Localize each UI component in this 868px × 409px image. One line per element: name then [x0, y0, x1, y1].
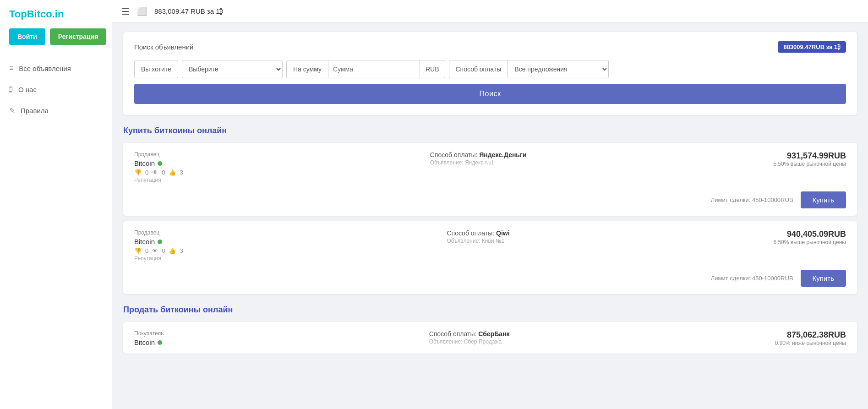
search-panel-header: Поиск объявлений 883009.47RUB за 1₿ [134, 41, 846, 53]
price-percent-1: 5.50% выше рыночной цены [773, 161, 846, 167]
thumb-down-icon-1: 👎 [134, 169, 142, 176]
offer-top-2: Продавец Bitcoin 👎 0 👁 0 👍 3 [134, 229, 846, 262]
price-value-1: 931,574.99 [787, 151, 828, 160]
ad-label-2: Объявление: Киви №1 [447, 238, 509, 244]
search-button[interactable]: Поиск [134, 84, 846, 104]
price-percent-2: 6.50% выше рыночной цены [773, 239, 846, 245]
price-currency-1: RUB [828, 151, 846, 160]
offer-bottom-2: Лимит сделки: 450-10000RUB Купить [134, 270, 846, 287]
sidebar-item-about[interactable]: ₿ О нас [0, 79, 112, 100]
search-row: Вы хотите Выберите На сумму RUB Способ о… [134, 60, 846, 78]
reputation-label-2: Репутация [134, 255, 183, 262]
sidebar-item-rules[interactable]: ✎ Правила [0, 100, 112, 121]
price-block-1: 931,574.99RUB 5.50% выше рыночной цены [773, 151, 846, 167]
sell-price-currency-1: RUB [828, 330, 846, 339]
sell-offer-price-1: 875,062.38RUB [775, 330, 846, 340]
sidebar-item-all-listings-label: Все объявления [19, 65, 71, 72]
buy-button-1[interactable]: Купить [801, 191, 846, 208]
bitcoin-icon: ₿ [9, 85, 13, 93]
offer-seller-block-2: Продавец Bitcoin 👎 0 👁 0 👍 3 [134, 229, 183, 262]
sell-payment-method-value-1: СберБанк [478, 330, 509, 338]
topbar-price: 883,009.47RUB за 1₿ [154, 7, 223, 15]
payment-method-2: Способ оплаты: Qiwi [447, 229, 509, 237]
sell-payment-method-prefix-1: Способ оплаты: [429, 330, 479, 338]
thumb-up-count-1: 3 [180, 169, 183, 176]
sum-label: На сумму [286, 60, 328, 78]
sell-buyer-block-1: Покупатель Bitcoin [134, 330, 164, 346]
sidebar-nav: ≡ Все объявления ₿ О нас ✎ Правила [0, 58, 112, 121]
main: ☰ ⬜ 883,009.47RUB за 1₿ Поиск объявлений… [112, 0, 868, 409]
limit-currency-2: RUB [781, 275, 793, 282]
offer-seller-block-1: Продавец Bitcoin 👎 0 👁 0 👍 3 [134, 151, 183, 183]
search-panel: Поиск объявлений 883009.47RUB за 1₿ Вы х… [123, 32, 857, 115]
seller-name-2: Bitcoin [134, 238, 183, 245]
sell-offer-card-1: Покупатель Bitcoin Способ оплаты: СберБа… [123, 322, 857, 354]
limit-currency-1: RUB [781, 196, 793, 203]
topbar-price-currency: RUB [191, 7, 205, 15]
buyer-name-text-1: Bitcoin [134, 338, 155, 346]
payment-method-prefix-1: Способ оплаты: [430, 151, 480, 158]
payment-method-label: Способ оплаты [449, 60, 508, 78]
sum-input[interactable] [328, 60, 420, 78]
sell-section: Продать биткоины онлайн Покупатель Bitco… [123, 305, 857, 354]
payment-method-prefix-2: Способ оплаты: [447, 229, 496, 237]
offer-price-1: 931,574.99RUB [773, 151, 846, 161]
eye-count-1: 0 [162, 169, 165, 176]
eye-icon-2: 👁 [152, 247, 158, 254]
limit-1: Лимит сделки: 450-10000RUB [711, 196, 793, 203]
offer-price-2: 940,405.09RUB [773, 229, 846, 239]
price-block-2: 940,405.09RUB 6.50% выше рыночной цены [773, 229, 846, 245]
limit-label-2: Лимит сделки: 450-10000 [711, 275, 781, 282]
payment-method-select[interactable]: Все предложения [508, 60, 609, 78]
limit-2: Лимит сделки: 450-10000RUB [711, 275, 793, 282]
logo: TopBitco.in [0, 0, 112, 28]
sell-price-percent-1: 0.90% ниже рыночной цены [775, 340, 846, 346]
offer-payment-block-2: Способ оплаты: Qiwi Объявление: Киви №1 [447, 229, 509, 244]
online-dot-2 [158, 240, 162, 244]
reputation-row-2: 👎 0 👁 0 👍 3 [134, 247, 183, 254]
sell-offer-top-1: Покупатель Bitcoin Способ оплаты: СберБа… [134, 330, 846, 346]
rules-icon: ✎ [9, 106, 15, 115]
buy-offer-card-2: Продавец Bitcoin 👎 0 👁 0 👍 3 [123, 221, 857, 294]
price-value-2: 940,405.09 [787, 229, 828, 239]
want-select[interactable]: Выберите [182, 60, 283, 78]
search-panel-title: Поиск объявлений [134, 43, 193, 51]
buy-section-title: Купить биткоины онлайн [123, 126, 857, 136]
thumb-up-icon-2: 👍 [169, 247, 176, 254]
eye-icon-1: 👁 [152, 169, 158, 176]
currency-label: RUB [420, 60, 445, 78]
buyer-label-1: Покупатель [134, 330, 164, 337]
sidebar: TopBitco.in Войти Регистрация ≡ Все объя… [0, 0, 112, 409]
sell-section-title: Продать биткоины онлайн [123, 305, 857, 315]
topbar-price-suffix: за 1₿ [207, 7, 224, 15]
price-currency-2: RUB [828, 229, 846, 239]
menu-icon[interactable]: ☰ [121, 6, 130, 17]
sidebar-item-rules-label: Правила [21, 107, 49, 115]
thumb-down-icon-2: 👎 [134, 247, 142, 254]
topbar-price-value: 883,009.47 [154, 7, 189, 15]
buy-button-2[interactable]: Купить [801, 270, 846, 287]
topbar: ☰ ⬜ 883,009.47RUB за 1₿ [112, 0, 868, 23]
logo-prefix: Top [9, 8, 27, 20]
online-dot-1 [158, 161, 162, 166]
buy-section: Купить биткоины онлайн Продавец Bitcoin … [123, 126, 857, 294]
sidebar-item-all-listings[interactable]: ≡ Все объявления [0, 58, 112, 79]
sell-price-block-1: 875,062.38RUB 0.90% ниже рыночной цены [775, 330, 846, 346]
qr-icon[interactable]: ⬜ [137, 6, 147, 16]
login-button[interactable]: Войти [9, 28, 45, 45]
reputation-row-1: 👎 0 👁 0 👍 3 [134, 169, 183, 176]
buy-offer-card-1: Продавец Bitcoin 👎 0 👁 0 👍 3 [123, 143, 857, 216]
want-label: Вы хотите [134, 60, 178, 78]
sell-ad-label-1: Объявление: Сбер Продажа [429, 338, 510, 345]
sell-online-dot-1 [158, 340, 162, 345]
register-button[interactable]: Регистрация [50, 28, 107, 45]
seller-label-1: Продавец [134, 151, 183, 158]
thumb-up-count-2: 3 [180, 247, 183, 254]
seller-name-text-2: Bitcoin [134, 238, 155, 245]
payment-method-1: Способ оплаты: Яндекс.Деньги [430, 151, 527, 158]
offer-bottom-1: Лимит сделки: 450-10000RUB Купить [134, 191, 846, 208]
seller-name-text-1: Bitcoin [134, 159, 155, 167]
logo-suffix: .in [52, 8, 64, 20]
seller-label-2: Продавец [134, 229, 183, 236]
payment-method-value-1: Яндекс.Деньги [479, 151, 526, 158]
